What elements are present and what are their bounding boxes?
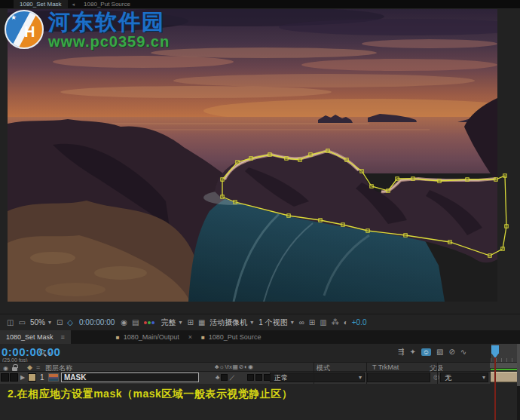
- comp-tab-set-mask[interactable]: 1080_Set Mask: [14, 0, 68, 8]
- comp-swatch-icon: ■: [201, 334, 205, 341]
- layer-row[interactable]: ▶ 1 MASK ♣ ／ 正常 ▾ ◎ 无 ▾: [0, 372, 490, 384]
- after-effects-window: 1080_Set Mask ◂ 1080_Put Source: [0, 0, 520, 420]
- timeline-tab-put-source[interactable]: ■ 1080_Put Source: [195, 330, 267, 344]
- label-color-swatch[interactable]: [28, 373, 36, 382]
- switches-column-icons: ♣☼\fx▦⊘◐◉: [215, 363, 254, 370]
- close-icon[interactable]: ×: [188, 333, 192, 341]
- share-view-icon[interactable]: ⁂: [332, 318, 339, 326]
- video-column-icon: ◉: [3, 365, 8, 372]
- chevron-down-icon[interactable]: ▾: [179, 319, 182, 326]
- composition-viewport[interactable]: [8, 9, 520, 326]
- exposure-icon[interactable]: ◐: [344, 318, 348, 326]
- timeline-toggle-icons: ⇶ ✦ ☺ ▧ ⊘ ∿: [398, 348, 472, 356]
- chevron-down-icon[interactable]: ▾: [48, 351, 51, 357]
- resolution-select[interactable]: 完整: [161, 317, 176, 328]
- motion-blur-icon[interactable]: ⊘: [448, 348, 454, 356]
- chevron-down-icon: ▾: [482, 373, 485, 382]
- tutorial-caption: 2.在相应地方设置mask（mask区域一般表示视觉静止区）: [8, 388, 292, 401]
- draft-3d-icon[interactable]: ✦: [409, 348, 415, 356]
- safe-margins-icon[interactable]: ⊡: [57, 318, 63, 326]
- hide-shy-layers-icon[interactable]: ☺: [421, 348, 431, 356]
- viewer-timecode[interactable]: 0:00:00:00: [79, 318, 115, 326]
- comp-tab-put-source[interactable]: 1080_Put Source: [79, 0, 135, 8]
- composition-tabbar: 1080_Set Mask ◂ 1080_Put Source: [0, 0, 520, 8]
- trkmat-column-header[interactable]: T TrkMat: [372, 363, 399, 371]
- twirl-arrow-icon[interactable]: ▶: [20, 374, 25, 381]
- graph-editor-icon[interactable]: ∿: [460, 348, 466, 356]
- camera-view-select[interactable]: 活动摄像机: [210, 317, 247, 328]
- trkmat-none-icon: ◎: [433, 373, 439, 381]
- label-column-icon: ◆: [27, 363, 32, 371]
- view-layout-select[interactable]: 1 个视图: [258, 317, 287, 328]
- viewer-toolbar: ◫ ▭ 50% ▾ ⊡ ◇ 0:00:00:00 ◉ ▤ 完整 ▾ ⊞ ▦ 活动…: [0, 314, 520, 330]
- layer-name-field[interactable]: MASK: [61, 372, 199, 382]
- tab-separator-icon: ◂: [72, 2, 75, 8]
- transparency-grid-icon[interactable]: ▦: [198, 318, 205, 326]
- layer-thumbnail: [48, 373, 59, 382]
- shy-toggle[interactable]: ♣: [216, 374, 219, 381]
- blend-mode-select[interactable]: 正常 ▾: [270, 372, 365, 382]
- chevron-down-icon[interactable]: ▾: [291, 319, 294, 326]
- parent-select[interactable]: 无 ▾: [440, 372, 488, 382]
- magnification-select[interactable]: 50%: [30, 318, 45, 326]
- always-preview-icon[interactable]: ◫: [7, 318, 14, 326]
- lock-toggle[interactable]: [10, 373, 18, 382]
- quality-toggle[interactable]: ／: [229, 373, 235, 382]
- monitor-icon[interactable]: ▭: [18, 318, 25, 326]
- chevron-down-icon[interactable]: ▾: [250, 319, 253, 326]
- mask-visibility-icon[interactable]: ◇: [67, 318, 73, 326]
- frame-blending-icon[interactable]: ▧: [436, 348, 443, 356]
- timeline-panel: 0:00:00:00 (25.00 fps) ▾ ⇶ ✦ ☺ ▧ ⊘ ∿ ◉ ◆…: [0, 344, 520, 420]
- chevron-down-icon: ▾: [359, 373, 362, 382]
- current-timecode[interactable]: 0:00:00:00: [2, 345, 60, 358]
- goggles-icon[interactable]: ∞: [299, 318, 304, 326]
- comp-swatch-icon: ■: [116, 334, 120, 341]
- layer-switches: ♣ ／: [216, 373, 272, 382]
- video-toggle[interactable]: [1, 373, 9, 382]
- number-column-icon: =: [36, 363, 40, 371]
- show-channels-icon[interactable]: [144, 321, 155, 324]
- chevron-down-icon[interactable]: ▾: [48, 319, 51, 326]
- collapse-toggle[interactable]: [221, 374, 228, 381]
- trkmat-select[interactable]: [367, 372, 430, 382]
- snapshot-icon[interactable]: ◉: [121, 318, 127, 326]
- layer-index: 1: [40, 373, 44, 382]
- timeline-tabbar: 1080_Set Mask ≡ ■ 1080_Main/Output × ■ 1…: [0, 330, 520, 344]
- mini-flowchart-icon[interactable]: ⇶: [398, 348, 404, 356]
- composition-viewer-panel: ★H 河东软件园 www.pc0359.cn ◫ ▭ 50% ▾ ⊡ ◇ 0:0…: [0, 8, 520, 330]
- timeline-scrollbar[interactable]: [517, 344, 520, 420]
- motion-blur-toggle[interactable]: [255, 374, 262, 381]
- timeline-tab-main-output[interactable]: ■ 1080_Main/Output: [110, 330, 185, 344]
- panel-menu-icon[interactable]: ≡: [61, 333, 65, 341]
- current-time-line: [494, 357, 496, 420]
- exposure-value[interactable]: +0.0: [352, 318, 367, 326]
- region-of-interest-icon[interactable]: ⊞: [188, 318, 194, 326]
- lock-column-icon: [12, 367, 17, 371]
- timeline-column-headers: ◉ ◆ = 图层名称 ♣☼\fx▦⊘◐◉ 模式 T TrkMat 父级: [0, 362, 490, 372]
- search-icon[interactable]: [39, 349, 44, 354]
- effects-toggle[interactable]: [247, 374, 254, 381]
- timeline-tab-set-mask[interactable]: 1080_Set Mask ≡: [0, 330, 71, 344]
- show-snapshot-icon[interactable]: ▤: [132, 318, 139, 326]
- fast-previews-icon[interactable]: ▥: [320, 318, 326, 326]
- pixel-aspect-icon[interactable]: ⊞: [309, 318, 315, 326]
